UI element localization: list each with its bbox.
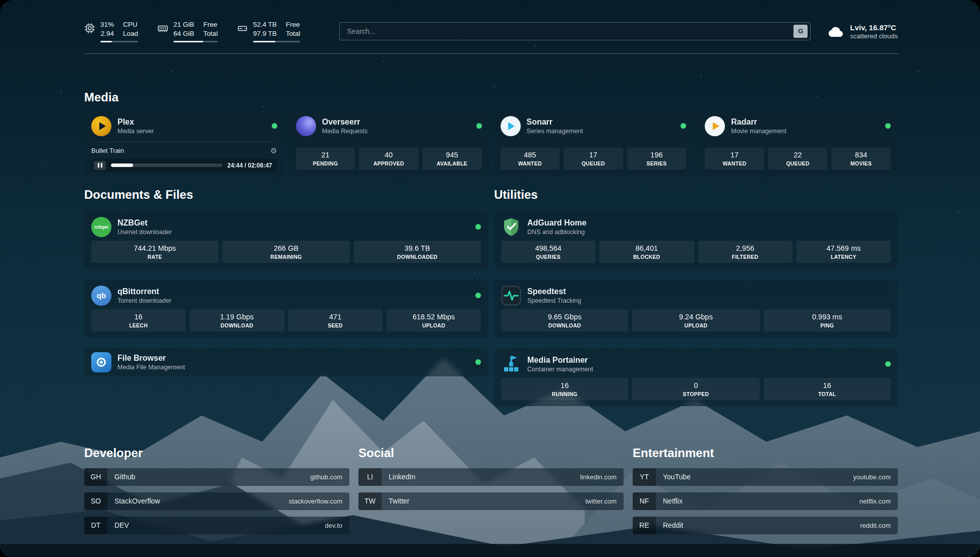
cpu-widget: 31% CPU 2.94 Load: [84, 20, 138, 42]
playback-progress-bar[interactable]: [111, 163, 222, 167]
app-subtitle: Series management: [527, 128, 583, 135]
app-card-filebrowser[interactable]: File Browser Media File Management: [84, 348, 488, 376]
app-card-plex[interactable]: Plex Media server Bullet Train ⚙ 24:44 /…: [84, 110, 284, 176]
bookmark-name: Reddit: [663, 521, 683, 529]
stat-value: 834: [833, 151, 889, 159]
bookmark-stackoverflow[interactable]: SO StackOverflow stackoverflow.com: [84, 492, 349, 510]
stat-box: 22 QUEUED: [768, 147, 828, 170]
weather-location: Lviv, 16.87°C: [850, 23, 898, 33]
filebrowser-icon: [91, 352, 111, 372]
stat-box: 266 GB REMAINING: [222, 241, 349, 263]
stat-value: 16: [766, 381, 889, 389]
stat-label: APPROVED: [361, 160, 416, 166]
storage-readout: 52.4 TB Free 97.9 TB Total: [253, 20, 300, 42]
stat-value: 17: [566, 151, 621, 159]
cpu-load-label: Load: [123, 29, 138, 38]
app-card-overseerr[interactable]: Overseerr Media Requests 21 PENDING 40 A…: [289, 110, 489, 176]
stat-value: 266 GB: [224, 244, 347, 252]
search-engine-badge[interactable]: G: [793, 25, 808, 38]
plex-icon: [91, 116, 111, 136]
status-dot: [885, 123, 891, 129]
bookmark-abbr: TW: [358, 492, 382, 510]
memory-readout: 21 GiB Free 64 GiB Total: [173, 20, 218, 42]
stat-label: REMAINING: [224, 254, 347, 260]
bookmark-name: LinkedIn: [389, 473, 415, 481]
bookmark-name: Github: [114, 473, 135, 481]
stat-box: 618.52 Mbps UPLOAD: [387, 309, 481, 331]
stat-value: 1.19 Gbps: [192, 313, 282, 321]
bookmark-youtube[interactable]: YT YouTube youtube.com: [633, 468, 898, 486]
gear-icon[interactable]: ⚙: [270, 147, 277, 154]
app-card-portainer[interactable]: Media Portainer Container management 16 …: [494, 348, 898, 406]
weather-condition: scattered clouds: [850, 32, 898, 40]
bookmark-name: YouTube: [663, 473, 691, 481]
search-bar[interactable]: G: [339, 22, 811, 40]
stat-box: 16 RUNNING: [501, 378, 628, 400]
app-name: Plex: [117, 117, 154, 127]
bookmark-reddit[interactable]: RE Reddit reddit.com: [633, 517, 898, 534]
search-input[interactable]: [347, 27, 793, 35]
section-title-social: Social: [358, 446, 624, 460]
memory-free-value: 21 GiB: [173, 20, 194, 29]
bookmark-name: Netflix: [663, 497, 683, 505]
app-name: qBittorrent: [117, 287, 171, 296]
status-dot: [475, 359, 481, 365]
stat-value: 47.569 ms: [799, 244, 889, 252]
bookmark-github[interactable]: GH Github github.com: [84, 468, 349, 486]
status-dot: [885, 361, 891, 367]
memory-total-label: Total: [203, 29, 218, 38]
bookmarks-section: Developer GH Github github.com SO StackO…: [84, 446, 898, 541]
section-title-documents: Documents & Files: [84, 188, 488, 202]
app-name: File Browser: [117, 353, 185, 363]
stat-box: 0 STOPPED: [632, 378, 759, 400]
stat-value: 744.21 Mbps: [93, 244, 216, 252]
stat-box: 39.6 TB DOWNLOADED: [354, 241, 481, 263]
stat-label: SERIES: [629, 160, 685, 166]
status-dot: [681, 123, 686, 129]
stat-label: BLOCKED: [601, 254, 692, 260]
bookmarks-developer: Developer GH Github github.com SO StackO…: [84, 446, 349, 541]
stat-label: DOWNLOADED: [356, 254, 479, 260]
section-title-utilities: Utilities: [494, 188, 898, 202]
section-title-entertainment: Entertainment: [633, 446, 898, 460]
now-playing-title: Bullet Train: [91, 147, 124, 154]
app-name: NZBGet: [117, 218, 172, 228]
bookmark-linkedin[interactable]: LI LinkedIn linkedin.com: [358, 468, 624, 486]
stat-box: 21 PENDING: [296, 147, 355, 170]
weather-text: Lviv, 16.87°C scattered clouds: [850, 23, 898, 40]
memory-widget: 21 GiB Free 64 GiB Total: [157, 20, 218, 42]
app-name: Media Portainer: [527, 355, 593, 365]
stat-value: 21: [298, 151, 353, 159]
app-card-radarr[interactable]: Radarr Movie management 17 WANTED 22 QUE…: [698, 110, 898, 176]
section-title-developer: Developer: [84, 446, 349, 460]
stat-label: QUEUED: [770, 160, 826, 166]
app-card-speedtest[interactable]: Speedtest Speedtest Tracking 9.65 Gbps D…: [494, 280, 898, 338]
stat-label: RUNNING: [503, 391, 626, 397]
app-card-adguard[interactable]: AdGuard Home DNS and adblocking 498,564 …: [494, 211, 898, 269]
bookmark-name: StackOverflow: [114, 497, 160, 505]
app-subtitle: Speedtest Tracking: [527, 297, 581, 304]
stat-value: 9.24 Gbps: [634, 313, 757, 321]
bookmark-netflix[interactable]: NF Netflix netflix.com: [633, 492, 898, 510]
storage-widget: 52.4 TB Free 97.9 TB Total: [237, 20, 300, 42]
app-name: Sonarr: [527, 117, 583, 127]
stat-box: 945 AVAILABLE: [422, 147, 482, 170]
app-subtitle: DNS and adblocking: [527, 229, 586, 236]
stat-label: TOTAL: [766, 391, 889, 397]
playback-controls: 24:44 / 02:06:47: [91, 159, 277, 172]
pause-button[interactable]: [94, 161, 106, 170]
app-subtitle: Media Requests: [322, 128, 368, 135]
bookmark-dev[interactable]: DT DEV dev.to: [84, 517, 349, 534]
bookmark-twitter[interactable]: TW Twitter twitter.com: [358, 492, 624, 510]
stat-value: 40: [361, 151, 416, 159]
stat-box: 1.19 Gbps DOWNLOAD: [190, 309, 284, 331]
stat-box: 40 APPROVED: [359, 147, 418, 170]
bookmarks-entertainment: Entertainment YT YouTube youtube.com NF …: [633, 446, 898, 541]
top-bar: 31% CPU 2.94 Load: [84, 20, 898, 42]
app-card-qbittorrent[interactable]: qb qBittorrent Torrent downloader 16 LEE…: [84, 280, 488, 338]
stat-box: 0.993 ms PING: [764, 309, 891, 331]
stat-box: 471 SEED: [288, 309, 383, 331]
app-card-sonarr[interactable]: Sonarr Series management 485 WANTED 17 Q…: [494, 110, 694, 176]
app-card-nzbget[interactable]: nzbget NZBGet Usenet downloader 744.21 M…: [84, 211, 488, 269]
stat-value: 86,401: [601, 244, 692, 252]
